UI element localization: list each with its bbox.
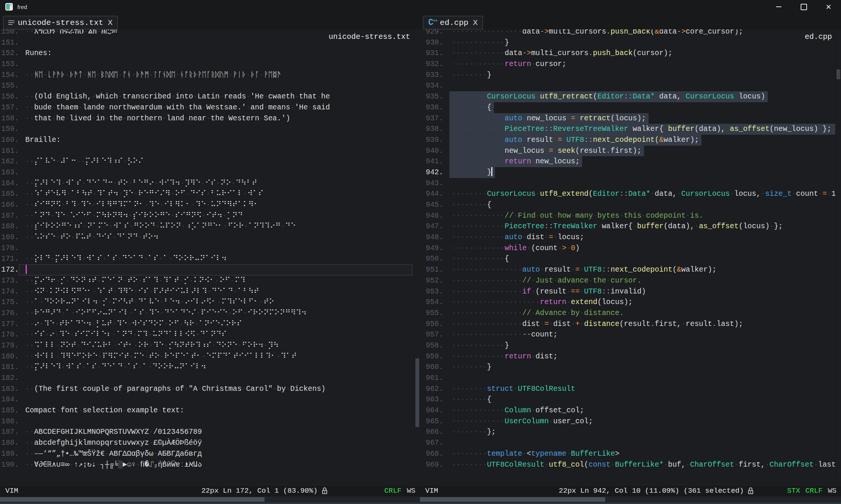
- scrollbar-thumb[interactable]: [415, 358, 419, 427]
- line-number: 949.: [420, 243, 443, 254]
- code-line: 185.Compact·font·selection·example·text:: [0, 405, 420, 416]
- line-number: 952.: [420, 275, 443, 286]
- line-number: 961.: [420, 373, 443, 384]
- code-line: 969.········UTF8ColResult·utf8_col(const…: [420, 459, 841, 470]
- code-line: 953.················if·(result·==·UTF8::…: [420, 286, 841, 297]
- line-number: 936.: [420, 102, 443, 113]
- app-icon: [5, 3, 13, 11]
- text-cursor: [26, 265, 27, 274]
- line-number: 190.: [0, 459, 19, 470]
- tab-close-icon[interactable]: X: [473, 18, 478, 27]
- text-file-icon: [8, 20, 14, 25]
- scrollbar-thumb[interactable]: [420, 497, 605, 502]
- code-line: 940.············new_locus·=·seek(result.…: [420, 146, 841, 157]
- code-line: 184.: [0, 394, 420, 405]
- line-number: 945.: [420, 200, 443, 211]
- tab-unicode-stress[interactable]: unicode-stress.txt X: [3, 16, 118, 29]
- code-line: 945.········{: [420, 200, 841, 211]
- lock-icon[interactable]: [747, 487, 754, 495]
- line-number: 944.: [420, 189, 443, 200]
- mode-indicator: VIM: [5, 487, 18, 495]
- code-line: 951.················auto·result·=·UTF8::…: [420, 264, 841, 275]
- code-line: 955.················//·Advance·by·distan…: [420, 308, 841, 319]
- line-number: 932.: [420, 59, 443, 70]
- code-line: 178.··⠊⠎·⠔·⠹⠑·⠎⠊⠍⠊⠇⠑⠆·⠁⠝⠙·⠍⠹·⠥⠝⠙⠁⠇⠇⠪⠫·⠙⠁…: [0, 329, 420, 340]
- code-line: 155.: [0, 80, 420, 91]
- line-number: 938.: [420, 124, 443, 135]
- editor-right[interactable]: 929.················data->multi_cursors.…: [420, 29, 841, 485]
- code-line: 964.············Column·offset_col;: [420, 405, 841, 416]
- code-line: 174.··⠪⠝·⠅⠝⠪⠇⠫⠛⠑⠂·⠱⠁⠞·⠹⠻⠑·⠊⠎·⠏⠜⠞⠊⠊⠥⠇⠜⠇⠹·…: [0, 286, 420, 297]
- code-line: 172.: [0, 264, 420, 275]
- line-number: 935.: [420, 91, 443, 102]
- code-line: 152.Runes:: [0, 48, 420, 59]
- tab-close-icon[interactable]: X: [108, 18, 113, 27]
- line-number: 940.: [420, 146, 443, 157]
- line-number: 170.: [0, 243, 19, 254]
- maximize-button[interactable]: [791, 0, 816, 14]
- close-icon: ✕: [826, 3, 832, 11]
- code-area: 150.··እግርህን·በፍራሽህ·ልክ·ዘርጋ።151.152.Runes:1…: [0, 29, 420, 470]
- code-line: 950.············{: [420, 254, 841, 264]
- app-window: fred ✕ unicode-stress.txt X 150.··እግርህን·…: [0, 0, 841, 504]
- line-number: 176.: [0, 308, 19, 319]
- code-line: 938.············PieceTree::ReverseTreeWa…: [420, 124, 841, 135]
- line-number: 152.: [0, 48, 19, 59]
- line-number: 931.: [420, 48, 443, 59]
- line-number: 177.: [0, 319, 19, 330]
- code-line: 156.··(Old·English,·which·transcribed·in…: [0, 91, 420, 102]
- line-number: 189.: [0, 449, 19, 459]
- lock-icon[interactable]: [321, 487, 328, 495]
- editor-left[interactable]: 150.··እግርህን·በፍራሽህ·ልክ·ዘርጋ።151.152.Runes:1…: [0, 29, 420, 485]
- code-area: 929.················data->multi_cursors.…: [420, 29, 841, 470]
- tab-ed-cpp[interactable]: C++ ed.cpp X: [423, 16, 483, 29]
- line-number: 947.: [420, 221, 443, 232]
- horizontal-scrollbar[interactable]: [0, 496, 420, 502]
- line-number: 174.: [0, 286, 19, 297]
- line-number: 951.: [420, 264, 443, 275]
- line-number: 959.: [420, 351, 443, 362]
- close-button[interactable]: ✕: [816, 0, 841, 14]
- code-line: 939.············auto·result·=·UTF8::next…: [420, 135, 841, 146]
- maximize-icon: [801, 4, 807, 10]
- code-line: 931.············data->multi_cursors.push…: [420, 48, 841, 59]
- code-line: 183.··(The·first·couple·of·paragraphs·of…: [0, 384, 420, 395]
- title-bar: fred ✕: [0, 0, 841, 14]
- horizontal-scrollbar[interactable]: [420, 496, 841, 502]
- code-line: 963.········{: [420, 394, 841, 405]
- line-number: 958.: [420, 340, 443, 351]
- flag-crlf: CRLF: [384, 487, 402, 495]
- line-number: 158.: [0, 113, 19, 124]
- file-flags: CRLFWS: [384, 487, 415, 495]
- scrollbar-thumb[interactable]: [0, 497, 264, 502]
- code-line: 943.: [420, 178, 841, 189]
- code-line: 946.············//·Find·out·how·many·byt…: [420, 211, 841, 221]
- flag-stx: STX: [787, 487, 800, 495]
- line-number: 948.: [420, 232, 443, 243]
- tab-label: unicode-stress.txt: [18, 18, 103, 27]
- code-line: 158.··that·he·lived·in·the·northern·land…: [0, 113, 420, 124]
- line-number: 950.: [420, 254, 443, 264]
- line-number: 939.: [420, 135, 443, 146]
- minimize-button[interactable]: [766, 0, 791, 14]
- flag-ws: WS: [828, 487, 836, 495]
- filename-overlay: ed.cpp: [805, 32, 832, 41]
- code-line: 171.··⡕⠇⠙·⡍⠜⠇⠑⠹·⠺⠁⠎·⠁⠎·⠙⠑⠁⠙·⠁⠎·⠁·⠙⠕⠕⠗⠤⠝⠁…: [0, 254, 420, 264]
- line-number: 946.: [420, 211, 443, 221]
- vertical-scrollbar[interactable]: [835, 29, 841, 485]
- code-line: 159.: [0, 124, 420, 135]
- scrollbar-thumb[interactable]: [836, 69, 840, 79]
- line-number: 957.: [420, 329, 443, 340]
- line-number: 175.: [0, 297, 19, 308]
- code-line: 948.············auto·dist·=·locus;: [420, 232, 841, 243]
- vertical-scrollbar[interactable]: [414, 29, 420, 485]
- code-line: 154.··ᚻᛖ·ᚳᚹᚫᚦ·ᚦᚫᛏ·ᚻᛖ·ᛒᚢᛞᛖ·ᚩᚾ·ᚦᚫᛗ·ᛚᚪᚾᛞᛖ·ᚾ…: [0, 70, 420, 81]
- line-number: 157.: [0, 102, 19, 113]
- line-number: 955.: [420, 308, 443, 319]
- code-line: 162.··⡌⠁⠧⠑·⠼⠁⠒··⡍⠜⠇⠑⠹⠰⠎·⡣⠕⠌: [0, 156, 420, 167]
- line-number: 968.: [420, 449, 443, 459]
- flag-ws: WS: [407, 487, 415, 495]
- line-number: 178.: [0, 329, 19, 340]
- code-line: 960.········}: [420, 362, 841, 373]
- line-number: 965.: [420, 416, 443, 427]
